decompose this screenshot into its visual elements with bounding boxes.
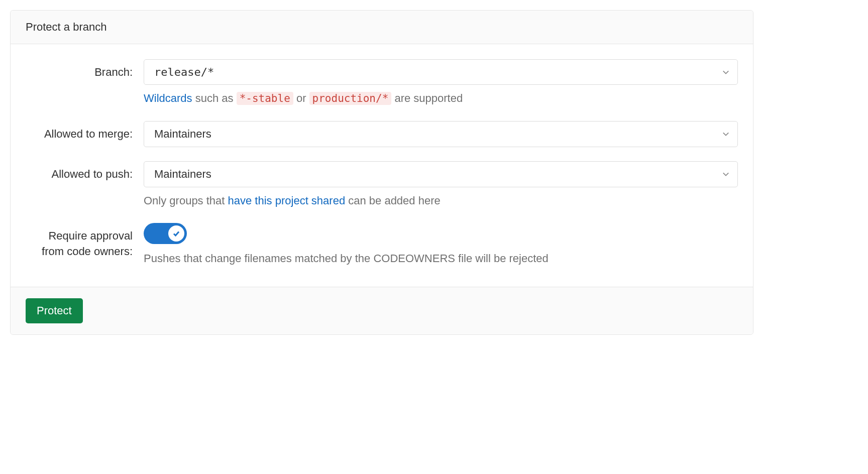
allowed-merge-value: Maintainers xyxy=(154,128,211,141)
control-allowed-merge: Maintainers xyxy=(144,121,738,147)
card-footer: Protect xyxy=(11,287,753,334)
allowed-merge-select[interactable]: Maintainers xyxy=(144,121,738,147)
wildcard-example-2: production/* xyxy=(309,92,392,105)
codeowners-hint: Pushes that change filenames matched by … xyxy=(144,250,738,267)
label-codeowners: Require approval from code owners: xyxy=(26,223,144,260)
toggle-knob xyxy=(168,225,184,242)
label-branch: Branch: xyxy=(26,59,144,80)
row-codeowners: Require approval from code owners: Pushe… xyxy=(26,223,738,267)
push-hint: Only groups that have this project share… xyxy=(144,192,738,209)
chevron-down-icon xyxy=(722,171,729,178)
wildcards-link[interactable]: Wildcards xyxy=(144,92,192,104)
hint-text: Only groups that xyxy=(144,194,228,207)
chevron-down-icon xyxy=(722,69,729,76)
codeowners-toggle[interactable] xyxy=(144,223,187,244)
control-allowed-push: Maintainers Only groups that have this p… xyxy=(144,161,738,209)
check-icon xyxy=(172,229,180,238)
hint-text: or xyxy=(293,92,309,104)
control-codeowners: Pushes that change filenames matched by … xyxy=(144,223,738,267)
project-shared-link[interactable]: have this project shared xyxy=(228,194,346,207)
branch-hint: Wildcards such as *-stable or production… xyxy=(144,90,738,107)
row-allowed-push: Allowed to push: Maintainers Only groups… xyxy=(26,161,738,209)
row-allowed-merge: Allowed to merge: Maintainers xyxy=(26,121,738,147)
allowed-push-value: Maintainers xyxy=(154,168,211,181)
protect-button[interactable]: Protect xyxy=(26,298,83,323)
card-header: Protect a branch xyxy=(11,11,753,44)
branch-select-value: release/* xyxy=(154,66,214,78)
label-allowed-push: Allowed to push: xyxy=(26,161,144,182)
card-title: Protect a branch xyxy=(26,21,106,33)
protect-branch-card: Protect a branch Branch: release/* Wildc… xyxy=(10,10,753,335)
control-branch: release/* Wildcards such as *-stable or … xyxy=(144,59,738,107)
chevron-down-icon xyxy=(722,131,729,138)
allowed-push-select[interactable]: Maintainers xyxy=(144,161,738,187)
row-branch: Branch: release/* Wildcards such as *-st… xyxy=(26,59,738,107)
label-allowed-merge: Allowed to merge: xyxy=(26,121,144,142)
wildcard-example-1: *-stable xyxy=(237,92,293,105)
hint-text: are supported xyxy=(391,92,463,104)
hint-text: can be added here xyxy=(345,194,441,207)
branch-select[interactable]: release/* xyxy=(144,59,738,85)
hint-text: such as xyxy=(192,92,237,104)
card-body: Branch: release/* Wildcards such as *-st… xyxy=(11,44,753,287)
